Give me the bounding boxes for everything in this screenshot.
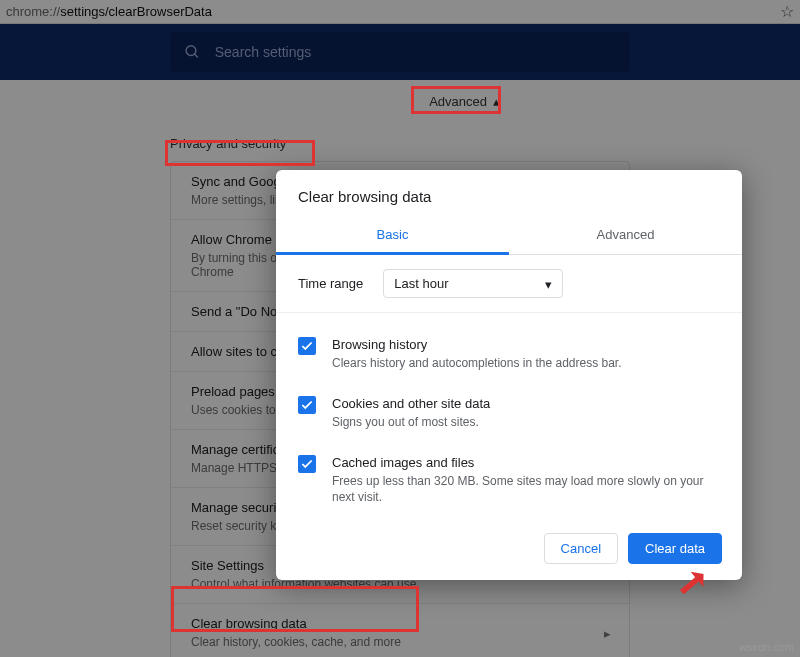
dialog-actions: Cancel Clear data [544,533,722,564]
checkbox-history[interactable] [298,337,316,355]
check-title: Cached images and files [332,455,720,470]
time-range-select[interactable]: Last hour ▾ [383,269,563,298]
check-subtitle: Clears history and autocompletions in th… [332,355,622,372]
tab-advanced[interactable]: Advanced [509,217,742,254]
check-title: Browsing history [332,337,622,352]
check-icon [300,339,314,353]
check-subtitle: Frees up less than 320 MB. Some sites ma… [332,473,720,507]
checkbox-cache[interactable] [298,455,316,473]
tab-basic[interactable]: Basic [276,217,509,255]
cancel-button[interactable]: Cancel [544,533,618,564]
chevron-down-icon: ▾ [545,276,552,291]
clear-data-dialog: Clear browsing data Basic Advanced Time … [276,170,742,580]
dialog-title: Clear browsing data [276,188,742,217]
check-browsing-history: Browsing history Clears history and auto… [298,327,720,386]
dialog-tabs: Basic Advanced [276,217,742,255]
check-icon [300,457,314,471]
checkbox-list: Browsing history Clears history and auto… [276,313,742,520]
check-subtitle: Signs you out of most sites. [332,414,490,431]
checkbox-cookies[interactable] [298,396,316,414]
time-range-value: Last hour [394,276,448,291]
clear-data-button[interactable]: Clear data [628,533,722,564]
check-icon [300,398,314,412]
time-range-label: Time range [298,276,363,291]
check-title: Cookies and other site data [332,396,490,411]
check-cache: Cached images and files Frees up less th… [298,445,720,521]
check-cookies: Cookies and other site data Signs you ou… [298,386,720,445]
watermark: wsxdn.com [739,641,794,653]
time-range-row: Time range Last hour ▾ [276,255,742,313]
